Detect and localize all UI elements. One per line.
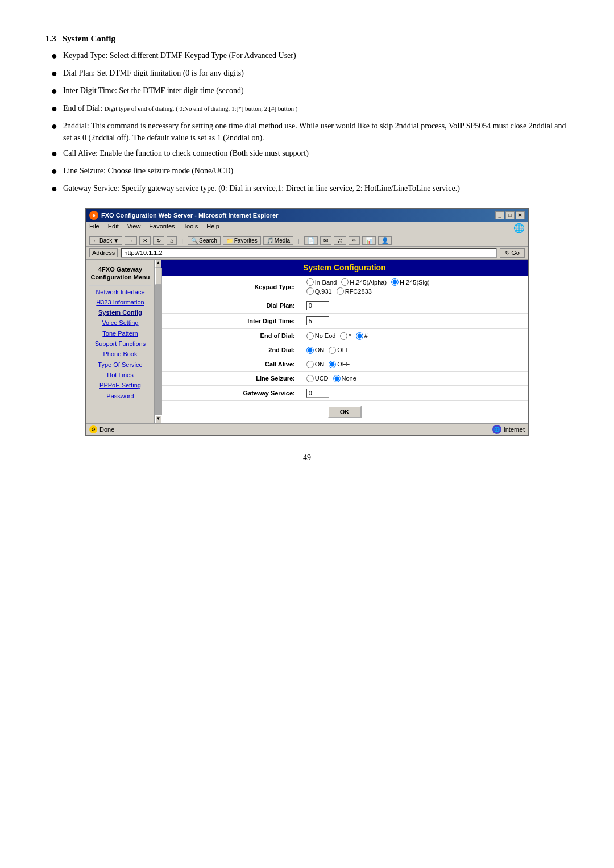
sidebar-item-phonebook[interactable]: Phone Book bbox=[89, 350, 151, 358]
ok-button[interactable]: OK bbox=[327, 406, 362, 418]
scroll-thumb[interactable] bbox=[155, 268, 162, 285]
internet-label: Internet bbox=[504, 426, 525, 433]
eod-star-radio[interactable] bbox=[340, 332, 347, 340]
sidebar-item-voice[interactable]: Voice Setting bbox=[89, 319, 151, 327]
2nd-dial-radio-group: ON OFF bbox=[306, 347, 522, 354]
2nddial-on-radio[interactable] bbox=[306, 347, 314, 354]
callalive-off-radio[interactable] bbox=[329, 361, 336, 368]
keypad-h245sig-label: H.245(Sig) bbox=[400, 279, 430, 286]
toolbar-icon-btn3[interactable]: 🖨 bbox=[334, 236, 346, 245]
media-button[interactable]: 🎵 Media bbox=[263, 236, 293, 245]
home-icon: ⌂ bbox=[170, 237, 173, 244]
2nd-dial-row: 2nd Dial: ON OFF bbox=[161, 343, 528, 357]
minimize-button[interactable]: _ bbox=[495, 211, 504, 219]
sidebar-item-pppoe[interactable]: PPPoE Setting bbox=[89, 381, 151, 389]
2nddial-off: OFF bbox=[329, 347, 350, 354]
go-button[interactable]: ↻ Go bbox=[500, 248, 525, 258]
media-icon: 🎵 bbox=[267, 237, 273, 244]
keypad-rfc2833-radio[interactable] bbox=[337, 287, 344, 295]
status-text: Done bbox=[99, 426, 114, 433]
home-button[interactable]: ⌂ bbox=[167, 236, 177, 245]
bullet-dot: ● bbox=[51, 181, 57, 197]
toolbar-icon-btn2[interactable]: ✉ bbox=[320, 236, 331, 245]
sidebar-item-password[interactable]: Password bbox=[89, 392, 151, 400]
section-title: 1.3 System Config bbox=[45, 34, 569, 44]
seizure-none-radio[interactable] bbox=[333, 375, 341, 382]
back-button[interactable]: ← Back ▼ bbox=[89, 236, 122, 245]
go-arrow-icon: ↻ bbox=[505, 249, 510, 257]
keypad-inband-radio[interactable] bbox=[306, 278, 314, 286]
favorites-button[interactable]: 📁 Favorites bbox=[223, 236, 261, 245]
address-label: Address bbox=[89, 248, 118, 257]
keypad-q931-radio[interactable] bbox=[306, 287, 314, 295]
bullet-list: ● Keypad Type: Select different DTMF Key… bbox=[45, 49, 569, 197]
stop-button[interactable]: ✕ bbox=[139, 236, 151, 245]
eod-hash-radio[interactable] bbox=[356, 332, 363, 340]
toolbar-icon-btn6[interactable]: 👤 bbox=[378, 236, 392, 245]
search-button[interactable]: 🔍 Search bbox=[188, 236, 221, 245]
window-controls[interactable]: _ □ ✕ bbox=[495, 211, 525, 219]
keypad-radio-group2: Q.931 RFC2833 bbox=[306, 287, 522, 295]
menu-view[interactable]: View bbox=[127, 223, 141, 233]
dial-plan-value bbox=[301, 298, 528, 314]
toolbar-icon-btn4[interactable]: ✏ bbox=[349, 236, 360, 245]
seizure-ucd-radio[interactable] bbox=[306, 375, 314, 382]
list-item: ● Keypad Type: Select different DTMF Key… bbox=[51, 49, 569, 64]
ie-logo-icon: 🌐 bbox=[513, 223, 525, 233]
dial-plan-input[interactable] bbox=[306, 301, 329, 310]
menu-favorites[interactable]: Favorites bbox=[149, 223, 175, 233]
sidebar-item-h323[interactable]: H323 Information bbox=[89, 298, 151, 306]
ie-icon: e bbox=[89, 211, 98, 220]
2nd-dial-value: ON OFF bbox=[301, 343, 528, 357]
sidebar-item-hotlines[interactable]: Hot Lines bbox=[89, 371, 151, 379]
gateway-service-input[interactable] bbox=[306, 389, 329, 398]
bullet-dot: ● bbox=[51, 66, 57, 81]
toolbar-icon-btn5[interactable]: 📊 bbox=[362, 236, 376, 245]
sidebar-item-network[interactable]: Network Interface bbox=[89, 288, 151, 296]
browser-body: 4FXO Gateway Configuration Menu Network … bbox=[86, 260, 528, 423]
2nddial-on: ON bbox=[306, 347, 325, 354]
back-arrow-icon: ← bbox=[93, 237, 98, 244]
callalive-off-label: OFF bbox=[337, 361, 350, 368]
ok-cell: OK bbox=[161, 401, 528, 423]
keypad-h245alpha-radio[interactable] bbox=[341, 278, 349, 286]
refresh-button[interactable]: ↻ bbox=[153, 236, 164, 245]
restore-button[interactable]: □ bbox=[505, 211, 515, 219]
sidebar-header: 4FXO Gateway Configuration Menu bbox=[89, 265, 151, 282]
scroll-up-button[interactable]: ▲ bbox=[155, 260, 162, 268]
menu-edit[interactable]: Edit bbox=[108, 223, 119, 233]
scroll-down-button[interactable]: ▼ bbox=[155, 415, 162, 423]
sidebar-item-tone[interactable]: Tone Pattern bbox=[89, 329, 151, 337]
close-button[interactable]: ✕ bbox=[516, 211, 525, 219]
section-heading: System Config bbox=[63, 34, 115, 43]
2nddial-off-radio[interactable] bbox=[329, 347, 336, 354]
sidebar-item-typeof[interactable]: Type Of Service bbox=[89, 361, 151, 369]
main-content-area: System Configuration Keypad Type: In-Ban… bbox=[161, 260, 528, 423]
eod-noeod-radio[interactable] bbox=[306, 332, 314, 340]
bullet-dot: ● bbox=[51, 119, 57, 134]
toolbar-icon-btn1[interactable]: 📄 bbox=[304, 236, 318, 245]
gateway-service-row: Gateway Service: bbox=[161, 386, 528, 401]
sidebar-item-support[interactable]: Support Functions bbox=[89, 340, 151, 348]
section-number: 1.3 bbox=[45, 34, 56, 43]
list-item: ● Call Alive: Enable the function to che… bbox=[51, 147, 569, 161]
list-item: ● Line Seizure: Choose line seizure mode… bbox=[51, 165, 569, 179]
menu-help[interactable]: Help bbox=[206, 223, 219, 233]
eod-star: * bbox=[340, 332, 351, 340]
inter-digit-input[interactable] bbox=[306, 316, 329, 326]
call-alive-value: ON OFF bbox=[301, 357, 528, 372]
callalive-on-radio[interactable] bbox=[306, 361, 314, 368]
menu-tools[interactable]: Tools bbox=[184, 223, 198, 233]
end-of-dial-radio-group: No Eod * # bbox=[306, 332, 522, 340]
dial-plan-row: Dial Plan: bbox=[161, 298, 528, 314]
dial-plan-label: Dial Plan: bbox=[161, 298, 301, 314]
sidebar-item-system[interactable]: System Config bbox=[89, 308, 151, 316]
forward-button[interactable]: → bbox=[125, 236, 137, 245]
address-input[interactable] bbox=[121, 248, 497, 258]
eod-noeod: No Eod bbox=[306, 332, 336, 340]
keypad-h245sig-radio[interactable] bbox=[391, 278, 399, 286]
sidebar-scrollbar[interactable]: ▲ ▼ bbox=[155, 260, 161, 423]
line-seizure-value: UCD None bbox=[301, 372, 528, 386]
line-seizure-radio-group: UCD None bbox=[306, 375, 522, 382]
menu-file[interactable]: File bbox=[89, 223, 99, 233]
